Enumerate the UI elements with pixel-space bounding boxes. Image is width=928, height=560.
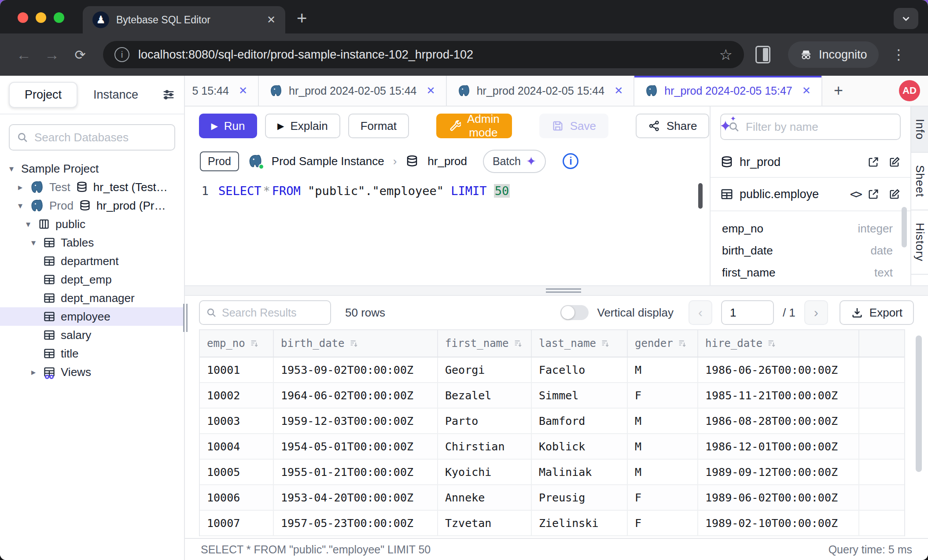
sort-icon[interactable] (600, 339, 610, 348)
cell[interactable]: F (628, 383, 698, 408)
zoom-window-button[interactable] (54, 12, 64, 23)
cell[interactable]: 1953-04-20T00:00:00Z (274, 485, 438, 510)
tree-item-test-db[interactable]: ▸ Test hr_test (Test… (0, 178, 184, 196)
tree-item-table-department[interactable]: department (0, 252, 184, 270)
caret-right-icon[interactable]: ▸ (16, 182, 25, 192)
cell[interactable]: 1953-09-02T00:00:00Z (274, 357, 438, 382)
tab-search-button[interactable] (894, 8, 918, 29)
sort-icon[interactable] (349, 339, 359, 348)
tab-history[interactable]: History (911, 210, 928, 275)
close-icon[interactable]: ✕ (239, 85, 247, 97)
filter-by-name-input[interactable] (746, 120, 893, 134)
address-bar[interactable]: i localhost:8080/sql-editor/prod-sample-… (103, 41, 744, 68)
results-search-box[interactable] (199, 300, 331, 325)
site-info-icon[interactable]: i (114, 47, 129, 62)
tree-item-schema-public[interactable]: ▾ public (0, 215, 184, 233)
tree-item-project[interactable]: ▾ Sample Project (0, 159, 184, 178)
cell[interactable]: Bezalel (438, 383, 532, 408)
cell[interactable]: Zielinski (532, 511, 628, 535)
tree-item-views-group[interactable]: ▸ Views (0, 363, 184, 381)
sort-icon[interactable] (678, 339, 687, 348)
cell[interactable]: Anneke (438, 485, 532, 510)
column-header[interactable]: gender (628, 330, 698, 357)
sidebar-resize-handle[interactable] (182, 304, 188, 332)
cell[interactable]: Bamford (532, 409, 628, 433)
cell[interactable]: 10001 (200, 357, 274, 382)
page-number-input[interactable] (721, 300, 774, 325)
cell[interactable]: 1955-01-21T00:00:00Z (274, 460, 438, 484)
cell[interactable]: 10004 (200, 434, 274, 459)
tab-instance[interactable]: Instance (82, 83, 150, 107)
cell[interactable]: 10007 (200, 511, 274, 535)
previous-page-button[interactable]: ‹ (689, 300, 712, 325)
cell[interactable]: M (628, 460, 698, 484)
cell[interactable]: 1954-05-01T00:00:00Z (274, 434, 438, 459)
edit-icon[interactable] (888, 188, 901, 200)
back-button[interactable]: ← (11, 42, 36, 67)
table-row[interactable]: 100011953-09-02T00:00:00ZGeorgiFacelloM1… (200, 357, 904, 383)
worksheet-tab-3[interactable]: hr_prod 2024-02-05 15:44 ✕ (447, 76, 635, 106)
cell[interactable]: Georgi (438, 357, 532, 382)
search-databases-input[interactable] (34, 131, 167, 144)
explain-button[interactable]: ▶ Explain (265, 114, 340, 138)
format-button[interactable]: Format (348, 114, 409, 138)
tab-sheet[interactable]: Sheet (911, 153, 928, 210)
filter-settings-icon[interactable] (162, 88, 175, 101)
schema-filter-box[interactable] (720, 114, 901, 140)
panel-scrollbar-thumb[interactable] (902, 207, 907, 247)
cell[interactable]: 10005 (200, 460, 274, 484)
cell[interactable]: Koblick (532, 434, 628, 459)
cell[interactable]: 1959-12-03T00:00:00Z (274, 409, 438, 433)
cell[interactable]: 1985-11-21T00:00:00Z (698, 383, 859, 408)
caret-down-icon[interactable]: ▾ (7, 163, 16, 174)
edit-icon[interactable] (888, 156, 901, 168)
editor-scrollbar-thumb[interactable] (698, 183, 703, 209)
cell[interactable]: Kyoichi (438, 460, 532, 484)
worksheet-tab-4-active[interactable]: hr_prod 2024-02-05 15:47 ✕ (634, 76, 822, 106)
code-icon[interactable]: <> (850, 188, 861, 201)
results-scrollbar-thumb[interactable] (916, 335, 922, 472)
panel-resizer[interactable] (185, 285, 928, 296)
tree-item-table-dept-manager[interactable]: dept_manager (0, 289, 184, 307)
instance-name[interactable]: Prod Sample Instance (272, 155, 384, 168)
minimize-window-button[interactable] (36, 12, 46, 23)
cell[interactable]: M (628, 357, 698, 382)
user-avatar[interactable]: AD (899, 80, 920, 101)
tree-item-table-title[interactable]: title (0, 344, 184, 363)
column-header[interactable]: first_name (438, 330, 532, 357)
cell[interactable]: 1957-05-23T00:00:00Z (274, 511, 438, 535)
tree-item-prod-db[interactable]: ▾ Prod hr_prod (Pr… (0, 196, 184, 215)
browser-tab-close-icon[interactable]: ✕ (267, 14, 276, 26)
cell[interactable]: Preusig (532, 485, 628, 510)
admin-mode-button[interactable]: Admin mode (436, 114, 512, 138)
cell[interactable]: 10003 (200, 409, 274, 433)
database-search-box[interactable] (9, 124, 175, 151)
column-header[interactable]: hire_date (698, 330, 859, 357)
cell[interactable]: 1964-06-02T00:00:00Z (274, 383, 438, 408)
cell[interactable]: Parto (438, 409, 532, 433)
worksheet-tab-1[interactable]: 5 15:44 ✕ (185, 76, 259, 106)
sort-icon[interactable] (767, 339, 777, 348)
tab-project[interactable]: Project (9, 82, 77, 108)
tab-info[interactable]: Info (911, 107, 928, 153)
close-icon[interactable]: ✕ (427, 85, 435, 97)
caret-down-icon[interactable]: ▾ (24, 219, 33, 229)
vertical-display-toggle[interactable] (560, 305, 589, 320)
table-row[interactable]: 100071957-05-23T00:00:00ZTzvetanZielinsk… (200, 511, 904, 536)
new-worksheet-button[interactable]: + (822, 76, 854, 106)
caret-down-icon[interactable]: ▾ (29, 237, 38, 248)
column-header[interactable]: emp_no (200, 330, 274, 357)
sql-code-area[interactable]: 1 SELECT*FROM "public"."employee" LIMIT … (185, 177, 710, 285)
batch-button[interactable]: Batch ✦ (483, 150, 546, 173)
cell[interactable]: 1989-09-12T00:00:00Z (698, 460, 859, 484)
cell[interactable]: Tzvetan (438, 511, 532, 535)
cell[interactable]: 1986-08-28T00:00:00Z (698, 409, 859, 433)
browser-menu-icon[interactable]: ⋮ (892, 46, 907, 63)
sort-icon[interactable] (250, 339, 259, 348)
tree-item-table-dept-emp[interactable]: dept_emp (0, 270, 184, 289)
save-button[interactable]: Save (539, 114, 608, 138)
info-icon[interactable]: i (563, 153, 578, 169)
table-row[interactable]: 100041954-05-01T00:00:00ZChirstianKoblic… (200, 434, 904, 460)
cell[interactable]: 1989-02-10T00:00:00Z (698, 511, 859, 535)
cell[interactable]: 10006 (200, 485, 274, 510)
